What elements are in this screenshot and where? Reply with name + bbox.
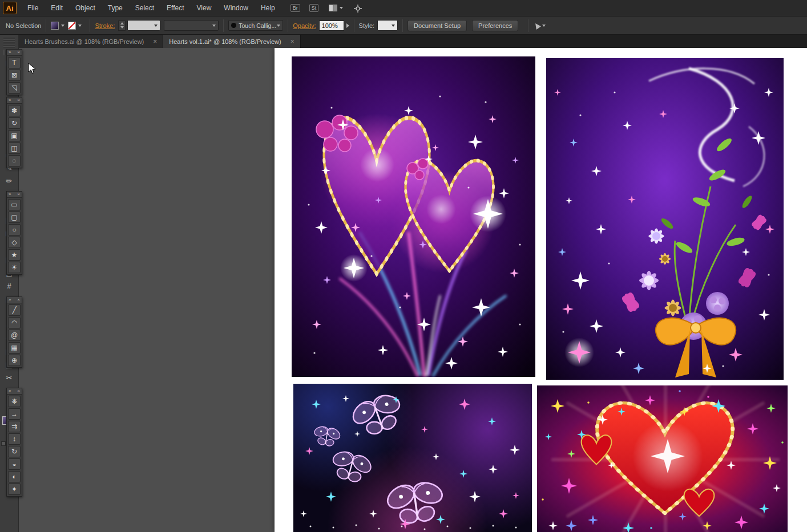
- stock-button[interactable]: St: [309, 4, 319, 12]
- fill-swatch[interactable]: [51, 22, 59, 30]
- artwork-flower-bouquet[interactable]: [546, 58, 784, 380]
- width-profile-select[interactable]: [164, 20, 219, 31]
- collapse-panel-icon[interactable]: »: [9, 50, 11, 55]
- brush-name: Touch Callig...: [239, 22, 276, 29]
- menu-object[interactable]: Object: [69, 0, 102, 16]
- menu-items: FileEditObjectTypeSelectEffectViewWindow…: [21, 0, 281, 16]
- touch-gesture-icon: [353, 4, 362, 13]
- collapse-panel-icon[interactable]: »: [9, 389, 11, 393]
- menu-type[interactable]: Type: [102, 0, 129, 16]
- menu-help[interactable]: Help: [255, 0, 281, 16]
- menu-effect[interactable]: Effect: [160, 0, 190, 16]
- stroke-weight-select[interactable]: [127, 20, 160, 31]
- touch-type-tool[interactable]: T: [8, 57, 21, 68]
- symbol-stainer-tool[interactable]: ◒: [8, 458, 21, 470]
- artwork-red-heart[interactable]: [537, 385, 788, 532]
- bristle-brush-tool[interactable]: ✽: [8, 105, 21, 116]
- separator: [90, 19, 90, 32]
- menu-select[interactable]: Select: [129, 0, 160, 16]
- shape-flare-tool[interactable]: ☀: [8, 262, 21, 273]
- touch-workspace-button[interactable]: [353, 4, 362, 13]
- live-paint-selection-tool[interactable]: ◫: [8, 143, 21, 154]
- close-icon[interactable]: ×: [290, 38, 294, 45]
- workspace-switcher[interactable]: [329, 5, 343, 11]
- symbol-shifter-tool[interactable]: →: [8, 408, 21, 420]
- menu-view[interactable]: View: [191, 0, 218, 16]
- menu-file[interactable]: File: [21, 0, 45, 16]
- stroke-color-control[interactable]: [68, 22, 82, 30]
- artwork-glowing-hearts[interactable]: [292, 56, 535, 377]
- opacity-label-link[interactable]: Opacity:: [293, 22, 316, 29]
- artboard[interactable]: [275, 48, 807, 532]
- tools-panel-top-grip[interactable]: [0, 35, 19, 48]
- document-setup-button[interactable]: Document Setup: [407, 20, 467, 31]
- free-transform-tool-alt[interactable]: ⊠: [8, 70, 21, 81]
- arc-tool[interactable]: ◠: [8, 317, 21, 328]
- collapse-panel-icon[interactable]: »: [9, 192, 11, 197]
- close-icon[interactable]: ×: [153, 38, 157, 45]
- rotate-view-tool[interactable]: ↻: [8, 117, 21, 129]
- illustrator-window: Ai FileEditObjectTypeSelectEffectViewWin…: [0, 0, 807, 532]
- reshape-tool[interactable]: ◹: [8, 82, 21, 94]
- pencil-tool[interactable]: ✏: [0, 174, 18, 188]
- symbol-sizer-tool[interactable]: ↕: [8, 433, 21, 445]
- shape-rounded-rectangle-tool[interactable]: ▢: [8, 212, 21, 223]
- close-icon[interactable]: ×: [17, 50, 20, 55]
- style-label: Style:: [359, 22, 375, 29]
- floating-tool-panel-5: » × ❋→⇉↕↻◒◐✦: [6, 388, 22, 497]
- stroke-label-link[interactable]: Stroke:: [95, 22, 115, 29]
- panel-tool-list: ✽↻▣◫◌: [7, 105, 22, 166]
- rectangular-grid-tool[interactable]: ▦: [8, 342, 21, 354]
- opacity-dropdown-button[interactable]: [346, 23, 349, 28]
- shape-rectangle-tool[interactable]: ▭: [8, 199, 21, 210]
- menu-window[interactable]: Window: [217, 0, 255, 16]
- spiral-tool[interactable]: @: [8, 330, 21, 341]
- close-icon[interactable]: ×: [17, 298, 20, 302]
- artwork-butterflies[interactable]: [293, 384, 532, 532]
- stroke-swatch[interactable]: [68, 22, 76, 30]
- opacity-input[interactable]: [319, 21, 344, 31]
- panel-tool-list: ▭▢○◇★☀: [7, 199, 22, 273]
- pointer-icon: [533, 22, 541, 30]
- symbol-styler-tool[interactable]: ✦: [8, 484, 21, 495]
- close-icon[interactable]: ×: [17, 98, 20, 103]
- preferences-button[interactable]: Preferences: [472, 20, 518, 31]
- tab-hearts-brushes[interactable]: Hearts Brushes.ai @ 108% (RGB/Preview) ×: [19, 35, 163, 48]
- symbol-scruncher-tool[interactable]: ⇉: [8, 421, 21, 432]
- symbol-screener-tool[interactable]: ◐: [8, 471, 21, 482]
- brush-definition-select[interactable]: Touch Callig...: [228, 20, 283, 31]
- app-logo[interactable]: Ai: [3, 2, 17, 14]
- chevron-down-icon: [277, 25, 280, 27]
- floating-tool-panel-1: » × T⊠◹: [6, 49, 22, 95]
- line-tool[interactable]: ╱: [8, 304, 21, 316]
- shape-polygon-tool[interactable]: ◇: [8, 237, 21, 248]
- panel-header: » ×: [7, 98, 22, 104]
- close-icon[interactable]: ×: [17, 389, 20, 393]
- page-tool[interactable]: ◌: [8, 155, 21, 166]
- bridge-button[interactable]: Br: [290, 4, 300, 12]
- shape-star-tool[interactable]: ★: [8, 249, 21, 261]
- canvas[interactable]: [19, 48, 807, 532]
- collapse-panel-icon[interactable]: »: [9, 298, 11, 302]
- draw-normal-mode-button[interactable]: [1, 441, 6, 446]
- tab-hearts-vol1[interactable]: Hearts vol.1.ai* @ 108% (RGB/Preview) ×: [163, 35, 300, 48]
- panel-header: » ×: [7, 50, 22, 56]
- symbol-sprayer-tool[interactable]: ❋: [8, 396, 21, 407]
- polar-grid-tool[interactable]: ⊕: [8, 355, 21, 366]
- collapse-panel-icon[interactable]: »: [9, 98, 11, 103]
- slice-tool[interactable]: ✂: [0, 371, 18, 384]
- shape-ellipse-tool[interactable]: ○: [8, 224, 21, 235]
- close-icon[interactable]: ×: [17, 192, 20, 197]
- stroke-weight-stepper[interactable]: [118, 21, 126, 31]
- flower-bouquet-illustration: [546, 58, 784, 380]
- chevron-down-icon: [542, 25, 546, 27]
- symbol-spinner-tool[interactable]: ↻: [8, 446, 21, 457]
- style-select[interactable]: [377, 20, 398, 31]
- fill-color-control[interactable]: [51, 22, 64, 30]
- live-paint-bucket-tool[interactable]: ▣: [8, 130, 21, 141]
- mesh-tool[interactable]: #: [0, 279, 18, 293]
- glowing-hearts-illustration: [292, 56, 535, 377]
- menu-edit[interactable]: Edit: [45, 0, 69, 16]
- selection-tools-toggle[interactable]: [534, 23, 546, 29]
- chevron-down-icon: [78, 25, 82, 27]
